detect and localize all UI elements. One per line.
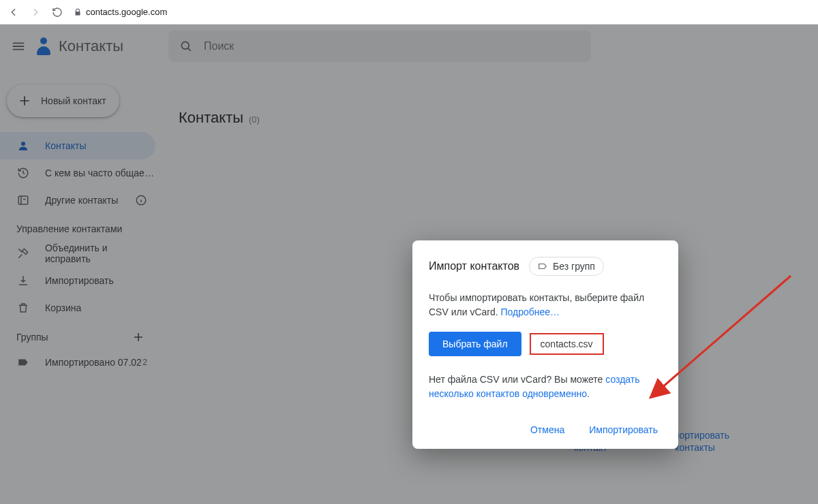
- reload-icon[interactable]: [52, 7, 63, 18]
- select-file-button[interactable]: Выбрать файл: [429, 332, 521, 356]
- import-button[interactable]: Импортировать: [585, 419, 662, 441]
- selected-filename: contacts.csv: [530, 333, 604, 355]
- chip-label: Без групп: [553, 261, 595, 272]
- address-bar[interactable]: contacts.google.com: [74, 7, 167, 17]
- dialog-description: Чтобы импортировать контакты, выберите ф…: [429, 291, 662, 319]
- label-outline-icon: [538, 262, 547, 271]
- dialog-nofile-hint: Нет файла CSV или vCard? Вы можете созда…: [429, 373, 662, 401]
- url-text: contacts.google.com: [86, 7, 167, 17]
- dialog-title: Импорт контактов: [429, 260, 519, 272]
- group-chip[interactable]: Без групп: [529, 257, 604, 276]
- browser-toolbar: contacts.google.com: [0, 0, 818, 25]
- cancel-button[interactable]: Отмена: [526, 419, 569, 441]
- modal-overlay[interactable]: [0, 25, 818, 504]
- learn-more-link[interactable]: Подробнее…: [501, 306, 560, 317]
- lock-icon: [74, 7, 82, 17]
- back-icon[interactable]: [8, 7, 19, 18]
- forward-icon[interactable]: [30, 7, 41, 18]
- import-contacts-dialog: Импорт контактов Без групп Чтобы импорти…: [412, 240, 678, 449]
